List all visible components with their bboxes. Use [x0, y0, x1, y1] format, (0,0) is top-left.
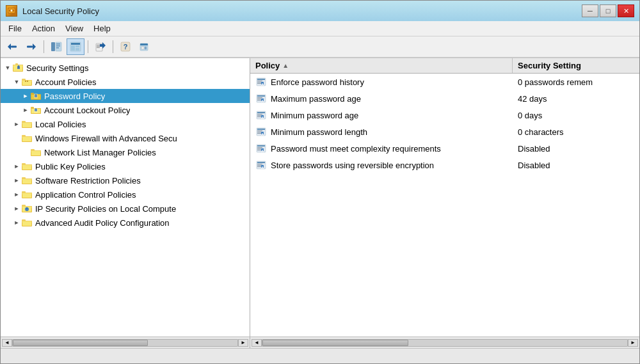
- expand-software-restriction[interactable]: ►: [12, 176, 21, 185]
- menu-view[interactable]: View: [60, 22, 88, 35]
- policy-setting-2: 0 days: [518, 111, 542, 120]
- list-row[interactable]: A Password must meet complexity requirem…: [250, 140, 639, 157]
- tree-item-local-policies[interactable]: ► Local Policies: [1, 117, 250, 131]
- svg-rect-122: [257, 150, 261, 150]
- menu-action[interactable]: Action: [27, 22, 60, 35]
- expand-password-policy[interactable]: ►: [21, 91, 30, 100]
- tree-item-windows-firewall[interactable]: ► Windows Firewall with Advanced Secu: [1, 131, 250, 145]
- statusbar: [1, 348, 639, 363]
- tree-item-software-restriction[interactable]: ► Software Restriction Policies: [1, 173, 250, 187]
- tree-item-security-settings[interactable]: ▼ Security Settings: [1, 61, 250, 75]
- list-row[interactable]: A Minimum password age 0 days: [250, 107, 639, 123]
- svg-rect-42: [27, 81, 28, 82]
- list-scroll-track[interactable]: [262, 339, 628, 347]
- tree-label-network-list: Network List Manager Policies: [44, 148, 156, 157]
- expand-public-key[interactable]: ►: [12, 162, 21, 171]
- list-row[interactable]: A Maximum password age 42 days: [250, 90, 639, 107]
- forward-button[interactable]: [22, 38, 40, 55]
- expand-account-policies[interactable]: ▼: [12, 77, 21, 86]
- svg-point-3: [11, 10, 13, 12]
- maximize-button[interactable]: □: [600, 4, 616, 17]
- titlebar: Local Security Policy ─ □ ✕: [1, 1, 639, 21]
- mmc-button[interactable]: [67, 38, 84, 55]
- public-key-icon: [21, 161, 33, 172]
- security-settings-icon: [12, 62, 24, 74]
- svg-rect-41: [25, 81, 26, 82]
- list-row[interactable]: A Enforce password history 0 passwords r…: [250, 74, 639, 90]
- list-scroll-thumb[interactable]: [262, 340, 408, 346]
- mmc2-button[interactable]: [136, 38, 154, 55]
- export-button[interactable]: [92, 38, 109, 55]
- svg-marker-6: [33, 44, 36, 50]
- close-button[interactable]: ✕: [618, 4, 634, 17]
- tree-item-ip-security[interactable]: ► IP Security Policies on Local Compu: [1, 202, 250, 216]
- tree-label-app-control: Application Control Policies: [35, 190, 136, 200]
- col-policy[interactable]: Policy ▲: [250, 58, 513, 73]
- menu-file[interactable]: File: [3, 22, 27, 35]
- list-row[interactable]: A Minimum password length 0 characters: [250, 123, 639, 140]
- tree-scroll-thumb[interactable]: [13, 340, 148, 346]
- tree-scroll-track[interactable]: [12, 339, 238, 347]
- titlebar-left: Local Security Policy: [6, 5, 99, 17]
- svg-rect-126: [257, 162, 265, 163]
- tree-item-app-control[interactable]: ► Application Control Policies: [1, 187, 250, 202]
- app-icon: [6, 5, 17, 17]
- tree-item-account-policies[interactable]: ▼ Account Policies: [1, 75, 250, 89]
- svg-rect-62: [22, 137, 31, 141]
- col-setting[interactable]: Security Setting: [513, 58, 639, 73]
- svg-rect-36: [19, 65, 19, 67]
- svg-rect-77: [22, 191, 26, 193]
- policy-icon-2: A: [255, 109, 267, 121]
- back-button[interactable]: [3, 38, 21, 55]
- policy-name-4: Password must meet complexity requiremen…: [271, 144, 441, 154]
- minimize-button[interactable]: ─: [582, 4, 598, 17]
- svg-rect-11: [56, 45, 60, 47]
- policy-name-2: Minimum password age: [271, 111, 358, 120]
- svg-rect-14: [71, 43, 80, 45]
- svg-rect-115: [257, 133, 261, 134]
- show-console-button[interactable]: [47, 38, 65, 55]
- account-policies-icon: [21, 76, 33, 88]
- policy-setting-3: 0 characters: [518, 127, 564, 137]
- tree-label-ip-security: IP Security Policies on Local Compute: [35, 204, 176, 214]
- svg-text:A: A: [261, 166, 264, 170]
- window-title: Local Security Policy: [22, 6, 99, 16]
- list-scroll-left[interactable]: ◄: [252, 339, 262, 347]
- tree-item-account-lockout[interactable]: ► Account Lockout Policy: [1, 103, 250, 117]
- list-scroll-right[interactable]: ►: [628, 339, 638, 347]
- list-row[interactable]: A Store passwords using reversible encry…: [250, 157, 639, 173]
- expand-ip-security[interactable]: ►: [12, 204, 21, 213]
- svg-rect-66: [31, 151, 40, 155]
- main-window: Local Security Policy ─ □ ✕ File Action …: [0, 0, 640, 364]
- svg-text:?: ?: [124, 43, 128, 51]
- windows-firewall-icon: [21, 132, 33, 144]
- expand-app-control[interactable]: ►: [12, 190, 21, 199]
- tree-scroll-left[interactable]: ◄: [2, 339, 12, 347]
- tree-scroll-right[interactable]: ►: [238, 339, 248, 347]
- tree-item-public-key[interactable]: ► Public Key Policies: [1, 159, 250, 173]
- help-button[interactable]: ?: [116, 38, 134, 55]
- policy-setting-4: Disabled: [518, 144, 550, 154]
- svg-rect-113: [257, 131, 262, 131]
- tree-label-public-key: Public Key Policies: [35, 162, 106, 171]
- svg-rect-105: [257, 112, 265, 113]
- policy-name-3: Minimum password length: [271, 127, 367, 137]
- svg-rect-70: [22, 165, 31, 170]
- svg-rect-98: [257, 95, 265, 97]
- tree-item-advanced-audit[interactable]: ► Advanced Audit Policy Configuration: [1, 216, 250, 230]
- tree-scrollbar: ◄ ►: [1, 336, 250, 348]
- menu-help[interactable]: Help: [88, 22, 116, 35]
- expand-account-lockout[interactable]: ►: [21, 106, 30, 115]
- expand-local-policies[interactable]: ►: [12, 120, 21, 129]
- svg-rect-58: [22, 123, 31, 127]
- list-pane: Policy ▲ Security Setting: [250, 58, 639, 348]
- toolbar-separator-3: [113, 40, 113, 53]
- expand-security-settings[interactable]: ▼: [3, 63, 12, 72]
- software-restriction-icon: [21, 175, 33, 186]
- tree-item-network-list[interactable]: ► Network List Manager Policies: [1, 145, 250, 159]
- expand-advanced-audit[interactable]: ►: [12, 218, 21, 227]
- svg-rect-92: [257, 81, 262, 81]
- toolbar: ?: [1, 36, 639, 58]
- tree-item-password-policy[interactable]: ► Password Policy: [1, 89, 250, 103]
- svg-text:A: A: [261, 99, 264, 103]
